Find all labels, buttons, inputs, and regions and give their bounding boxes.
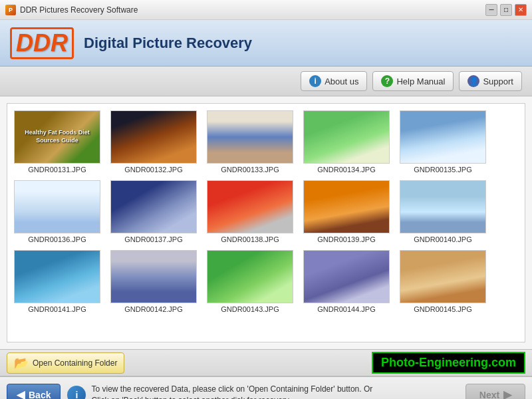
gallery-item[interactable]: GNDR00145.JPG <box>400 250 486 313</box>
about-us-label: About us <box>325 76 358 86</box>
status-line1: To view the recovered Data, please click… <box>91 384 372 395</box>
close-button[interactable]: ✕ <box>515 4 527 16</box>
thumbnail-filename: GNDR00144.JPG <box>317 305 375 313</box>
gallery-item[interactable]: GNDR00134.JPG <box>303 110 390 174</box>
thumbnail-filename: GNDR00134.JPG <box>317 166 375 174</box>
status-line2: Click on 'Back' button to select another… <box>91 395 372 400</box>
help-manual-label: Help Manual <box>396 76 445 86</box>
thumbnail-image <box>110 110 197 164</box>
watermark: Photo-Engineering.com <box>372 352 525 374</box>
gallery-item[interactable]: Healthy Fat Foods Diet Sources GuideGNDR… <box>14 110 100 174</box>
thumbnail-filename: GNDR00145.JPG <box>414 305 471 313</box>
support-icon: 👤 <box>467 75 479 87</box>
gallery-row: Healthy Fat Foods Diet Sources GuideGNDR… <box>14 110 518 174</box>
bottom-toolbar: 📂 Open Containing Folder Photo-Engineeri… <box>0 349 532 376</box>
gallery-item[interactable]: GNDR00143.JPG <box>207 250 293 313</box>
thumbnail-image <box>303 180 390 233</box>
thumbnail-filename: GNDR00143.JPG <box>221 305 279 313</box>
thumbnail-filename: GNDR00142.JPG <box>124 305 182 313</box>
gallery-item[interactable]: GNDR00132.JPG <box>110 110 197 174</box>
thumbnail-image <box>400 250 486 303</box>
back-label: Back <box>29 390 51 400</box>
thumbnail-filename: GNDR00140.JPG <box>414 235 471 243</box>
gallery-item[interactable]: GNDR00136.JPG <box>14 180 100 243</box>
thumbnail-image <box>303 250 390 303</box>
thumbnail-filename: GNDR00139.JPG <box>317 235 375 243</box>
next-arrow-icon: ▶ <box>503 388 511 399</box>
thumbnail-image <box>303 110 390 164</box>
app-icon: P <box>5 5 16 15</box>
gallery-item[interactable]: GNDR00133.JPG <box>207 110 293 174</box>
thumbnail-image <box>207 110 293 164</box>
gallery-item[interactable]: GNDR00138.JPG <box>207 180 293 243</box>
next-button[interactable]: Next ▶ <box>466 384 525 399</box>
thumbnail-image <box>207 250 293 303</box>
support-button[interactable]: 👤 Support <box>459 71 522 91</box>
gallery-item[interactable]: GNDR00135.JPG <box>400 110 486 174</box>
thumbnail-filename: GNDR00141.JPG <box>28 305 86 313</box>
app-header: DDR Digital Picture Recovery <box>0 20 532 66</box>
open-folder-label: Open Containing Folder <box>33 358 117 368</box>
thumbnail-image <box>14 180 100 233</box>
gallery-row: GNDR00136.JPGGNDR00137.JPGGNDR00138.JPGG… <box>14 180 518 243</box>
gallery-item[interactable]: GNDR00137.JPG <box>110 180 197 243</box>
next-label: Next <box>479 390 499 400</box>
thumbnail-filename: GNDR00131.JPG <box>28 166 86 174</box>
thumbnail-image <box>400 180 486 233</box>
thumbnail-filename: GNDR00138.JPG <box>221 235 279 243</box>
gallery-row: GNDR00141.JPGGNDR00142.JPGGNDR00143.JPGG… <box>14 250 518 313</box>
status-info: i To view the recovered Data, please cli… <box>67 384 459 399</box>
titlebar-text: DDR Pictures Recovery Software <box>20 5 485 15</box>
thumbnail-image: Healthy Fat Foods Diet Sources Guide <box>14 110 100 164</box>
gallery-item[interactable]: GNDR00139.JPG <box>303 180 390 243</box>
gallery-container[interactable]: Healthy Fat Foods Diet Sources GuideGNDR… <box>7 103 525 342</box>
thumbnail-image <box>400 110 486 164</box>
gallery-item[interactable]: GNDR00142.JPG <box>110 250 197 313</box>
status-bar: ◀ Back i To view the recovered Data, ple… <box>0 376 532 399</box>
thumbnail-image <box>14 250 100 303</box>
thumbnail-overlay-text: Healthy Fat Foods Diet Sources Guide <box>17 129 97 144</box>
gallery-item[interactable]: GNDR00140.JPG <box>400 180 486 243</box>
help-manual-button[interactable]: ? Help Manual <box>372 71 454 91</box>
thumbnail-image <box>207 180 293 233</box>
folder-icon: 📂 <box>14 356 29 370</box>
maximize-button[interactable]: □ <box>500 4 512 16</box>
support-label: Support <box>483 76 513 86</box>
ddr-logo: DDR <box>10 27 74 59</box>
watermark-text: Photo-Engineering.com <box>381 356 516 369</box>
thumbnail-filename: GNDR00135.JPG <box>414 166 471 174</box>
titlebar-controls: ─ □ ✕ <box>485 4 527 16</box>
minimize-button[interactable]: ─ <box>485 4 497 16</box>
thumbnail-image <box>110 250 197 303</box>
back-button[interactable]: ◀ Back <box>7 384 61 399</box>
back-arrow-icon: ◀ <box>17 388 25 399</box>
help-icon: ? <box>381 75 393 87</box>
thumbnail-image <box>110 180 197 233</box>
thumbnail-filename: GNDR00137.JPG <box>124 235 182 243</box>
gallery-item[interactable]: GNDR00141.JPG <box>14 250 100 313</box>
top-toolbar: i About us ? Help Manual 👤 Support <box>0 66 532 96</box>
thumbnail-filename: GNDR00133.JPG <box>221 166 279 174</box>
app-title: Digital Picture Recovery <box>84 35 252 52</box>
thumbnail-filename: GNDR00136.JPG <box>28 235 86 243</box>
about-us-button[interactable]: i About us <box>301 71 367 91</box>
titlebar: P DDR Pictures Recovery Software ─ □ ✕ <box>0 0 532 20</box>
gallery-item[interactable]: GNDR00144.JPG <box>303 250 390 313</box>
main-content: Healthy Fat Foods Diet Sources GuideGNDR… <box>0 96 532 349</box>
open-folder-button[interactable]: 📂 Open Containing Folder <box>7 352 124 374</box>
status-info-icon: i <box>67 386 86 400</box>
info-icon: i <box>309 75 321 87</box>
thumbnail-filename: GNDR00132.JPG <box>124 166 182 174</box>
status-text: To view the recovered Data, please click… <box>91 384 372 399</box>
